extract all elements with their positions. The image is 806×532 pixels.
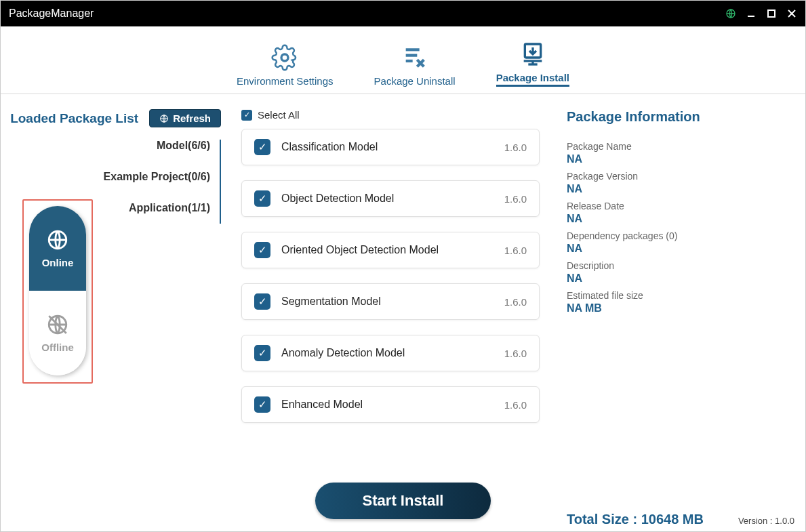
maximize-icon[interactable] <box>766 8 777 19</box>
info-description-value: NA <box>567 272 784 285</box>
package-name: Segmentation Model <box>281 295 493 308</box>
mode-label: Offline <box>41 342 74 353</box>
uninstall-icon <box>401 44 428 71</box>
info-version-label: Package Version <box>567 171 784 182</box>
package-name: Oriented Object Detection Model <box>281 244 493 256</box>
info-dependency-label: Dependency packages (0) <box>567 230 784 241</box>
info-date-label: Release Date <box>567 201 784 211</box>
package-card[interactable]: ✓ Classification Model 1.6.0 <box>241 129 540 165</box>
info-name-value: NA <box>567 153 784 165</box>
package-version: 1.6.0 <box>504 348 527 359</box>
package-info-column: Package Information Package Name NA Pack… <box>553 94 797 531</box>
main-area: Online Offline Loaded Package List R <box>1 94 805 531</box>
tab-environment-settings[interactable]: Environment Settings <box>237 44 334 87</box>
tab-package-install[interactable]: Package Install <box>496 41 569 87</box>
tab-label: Package Uninstall <box>374 75 456 87</box>
info-version-value: NA <box>567 183 784 195</box>
checkbox-checked-icon[interactable]: ✓ <box>254 190 270 207</box>
minimize-icon[interactable] <box>746 8 757 19</box>
checkbox-checked-icon: ✓ <box>241 110 252 121</box>
loaded-package-list-heading: Loaded Package List <box>10 111 138 126</box>
package-name: Enhanced Model <box>281 398 493 411</box>
info-name-label: Package Name <box>567 141 784 152</box>
mode-offline[interactable]: Offline <box>29 291 86 375</box>
checkbox-checked-icon[interactable]: ✓ <box>254 293 270 310</box>
svg-point-5 <box>281 54 288 61</box>
globe-icon <box>46 228 69 251</box>
info-description-label: Description <box>567 260 784 271</box>
package-list-column: ✓ Select All ✓ Classification Model 1.6.… <box>221 94 553 531</box>
category-application[interactable]: Application(1/1) <box>129 202 210 214</box>
select-all-row[interactable]: ✓ Select All <box>241 109 540 121</box>
app-version-label: Version : 1.0.0 <box>738 516 794 526</box>
package-info-heading: Package Information <box>567 109 784 125</box>
info-dependency-value: NA <box>567 243 784 255</box>
start-install-button[interactable]: Start Install <box>315 483 491 519</box>
package-card[interactable]: ✓ Anomaly Detection Model 1.6.0 <box>241 335 540 371</box>
package-name: Anomaly Detection Model <box>281 347 493 359</box>
checkbox-checked-icon[interactable]: ✓ <box>254 345 270 361</box>
package-card[interactable]: ✓ Oriented Object Detection Model 1.6.0 <box>241 232 540 268</box>
package-version: 1.6.0 <box>504 296 527 308</box>
refresh-label: Refresh <box>173 112 211 124</box>
tab-strip: Environment Settings Package Uninstall P… <box>1 26 805 94</box>
tab-label: Environment Settings <box>237 75 334 87</box>
window-title: PackageManager <box>9 7 725 20</box>
package-version: 1.6.0 <box>504 193 527 205</box>
info-date-value: NA <box>567 213 784 225</box>
mode-label: Online <box>42 257 74 268</box>
package-card[interactable]: ✓ Object Detection Model 1.6.0 <box>241 180 540 217</box>
globe-off-icon <box>46 313 69 336</box>
package-name: Object Detection Model <box>281 192 493 205</box>
package-version: 1.6.0 <box>504 399 527 411</box>
gear-icon <box>271 44 298 71</box>
package-card[interactable]: ✓ Enhanced Model 1.6.0 <box>241 386 540 423</box>
mode-switch: Online Offline <box>29 206 86 375</box>
checkbox-checked-icon[interactable]: ✓ <box>254 139 270 155</box>
checkbox-checked-icon[interactable]: ✓ <box>254 396 270 413</box>
tab-label: Package Install <box>496 72 569 83</box>
package-version: 1.6.0 <box>504 142 527 153</box>
globe-icon[interactable] <box>725 8 736 19</box>
refresh-icon <box>159 114 169 123</box>
titlebar: PackageManager <box>1 1 805 26</box>
info-size-value: NA MB <box>567 302 784 314</box>
refresh-button[interactable]: Refresh <box>149 109 221 127</box>
package-name: Classification Model <box>281 141 493 153</box>
checkbox-checked-icon[interactable]: ✓ <box>254 242 270 258</box>
window-controls <box>725 8 797 19</box>
package-card[interactable]: ✓ Segmentation Model 1.6.0 <box>241 283 540 320</box>
select-all-label: Select All <box>258 109 300 121</box>
close-icon[interactable] <box>786 8 797 19</box>
install-icon <box>519 41 546 68</box>
mode-online[interactable]: Online <box>29 206 86 291</box>
tab-package-uninstall[interactable]: Package Uninstall <box>374 44 456 87</box>
category-example-project[interactable]: Example Project(0/6) <box>104 171 210 183</box>
mode-switch-highlight: Online Offline <box>22 199 93 384</box>
bottom-bar: Start Install <box>1 483 805 519</box>
category-model[interactable]: Model(6/6) <box>157 140 210 152</box>
package-version: 1.6.0 <box>504 245 527 256</box>
svg-rect-2 <box>768 10 775 17</box>
info-size-label: Estimated file size <box>567 290 784 301</box>
